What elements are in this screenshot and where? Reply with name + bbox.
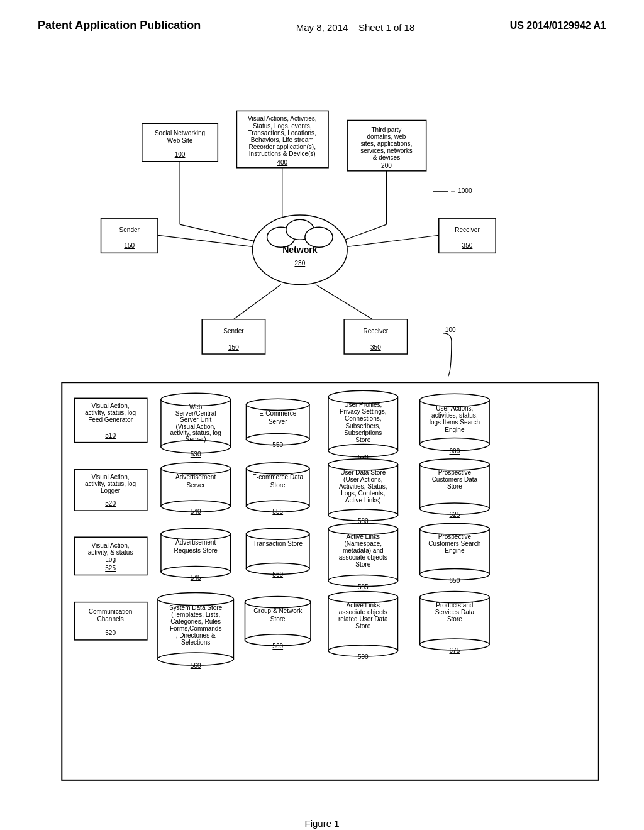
- svg-text:Transactions, Locations,: Transactions, Locations,: [248, 130, 316, 136]
- svg-text:Recorder application(s),: Recorder application(s),: [248, 143, 316, 150]
- sheet-info: Sheet 1 of 18: [358, 22, 414, 33]
- svg-text:Instructions & Device(s): Instructions & Device(s): [249, 150, 316, 157]
- svg-text:Services Data: Services Data: [435, 609, 475, 616]
- svg-text:Transaction Store: Transaction Store: [253, 540, 303, 547]
- svg-text:100: 100: [175, 151, 186, 158]
- svg-text:Channels: Channels: [97, 616, 123, 622]
- svg-text:User Actions,: User Actions,: [436, 405, 473, 412]
- svg-point-159: [158, 593, 233, 606]
- svg-text:metadata) and: metadata) and: [343, 547, 384, 554]
- svg-text:Receiver: Receiver: [455, 226, 480, 233]
- svg-text:services, networks: services, networks: [360, 147, 413, 154]
- svg-text:associate objects: associate objects: [339, 554, 387, 561]
- svg-text:Network: Network: [282, 245, 318, 255]
- svg-text:Logger: Logger: [101, 487, 121, 494]
- svg-text:Active Links: Active Links: [347, 602, 380, 609]
- svg-text:650: 650: [450, 577, 460, 584]
- figure-caption: Figure 1: [0, 818, 644, 830]
- svg-text:Store: Store: [355, 436, 370, 443]
- diagram-svg: text { font-family: Arial, sans-serif; f…: [19, 48, 625, 805]
- svg-text:525: 525: [105, 565, 116, 572]
- svg-text:Connections,: Connections,: [345, 415, 382, 422]
- svg-text:Receiver: Receiver: [364, 328, 389, 335]
- svg-text:520: 520: [105, 629, 116, 636]
- svg-text:Web Site: Web Site: [167, 137, 193, 144]
- svg-text:100: 100: [445, 326, 456, 333]
- svg-text:domains, web: domains, web: [367, 133, 406, 140]
- svg-text:230: 230: [294, 260, 305, 267]
- svg-text:(Templates, Lists,: (Templates, Lists,: [171, 611, 220, 618]
- svg-text:Third party: Third party: [371, 126, 401, 133]
- svg-text:activity, & status: activity, & status: [88, 549, 133, 556]
- svg-text:(Namespace,: (Namespace,: [344, 540, 382, 547]
- svg-text:Store: Store: [355, 561, 370, 568]
- svg-text:User Profiles,: User Profiles,: [344, 401, 382, 408]
- svg-text:Privacy Settings,: Privacy Settings,: [340, 408, 387, 415]
- svg-text:545: 545: [191, 574, 201, 581]
- svg-text:System Data Store: System Data Store: [169, 604, 223, 611]
- svg-text:150: 150: [124, 242, 135, 249]
- svg-line-39: [347, 235, 439, 246]
- svg-text:150: 150: [228, 344, 239, 351]
- svg-text:logs Items Search: logs Items Search: [430, 419, 480, 426]
- page-header: Patent Application Publication May 8, 20…: [0, 0, 644, 42]
- svg-text:Store: Store: [447, 483, 462, 490]
- svg-text:Selections: Selections: [181, 639, 210, 646]
- svg-text:625: 625: [450, 511, 460, 518]
- svg-text:350: 350: [462, 242, 473, 249]
- svg-text:Prospective: Prospective: [438, 533, 472, 540]
- svg-point-128: [161, 528, 230, 540]
- svg-text:(User Actions,: (User Actions,: [343, 476, 382, 483]
- svg-text:560: 560: [191, 662, 201, 669]
- publication-date: May 8, 2014: [296, 22, 348, 33]
- svg-line-40: [233, 285, 280, 319]
- svg-text:Store: Store: [270, 482, 286, 489]
- svg-text:Active Links: Active Links: [347, 533, 380, 540]
- svg-text:675: 675: [450, 647, 460, 654]
- svg-point-134: [247, 528, 309, 540]
- svg-text:, Directories &: , Directories &: [176, 632, 216, 639]
- svg-point-82: [420, 394, 489, 406]
- svg-text:Advertisement: Advertisement: [175, 539, 216, 546]
- svg-text:E-commerce Data: E-commerce Data: [252, 473, 303, 480]
- svg-text:Sender: Sender: [119, 226, 140, 233]
- svg-point-95: [161, 463, 230, 474]
- svg-text:590: 590: [358, 653, 369, 660]
- svg-text:Visual Action,: Visual Action,: [92, 402, 130, 409]
- svg-text:Active Links): Active Links): [345, 497, 381, 504]
- svg-text:Communication: Communication: [89, 608, 133, 615]
- svg-text:associate objects: associate objects: [339, 609, 387, 616]
- svg-text:Visual Action,: Visual Action,: [92, 542, 130, 549]
- svg-text:related User Data: related User Data: [338, 616, 388, 622]
- svg-text:560: 560: [272, 643, 283, 650]
- svg-line-29: [158, 235, 253, 246]
- svg-text:Group & Network: Group & Network: [253, 607, 303, 614]
- svg-text:Sender: Sender: [223, 328, 244, 335]
- svg-text:Forms,Commands: Forms,Commands: [170, 625, 222, 632]
- svg-text:350: 350: [370, 344, 381, 351]
- svg-text:sites, applications,: sites, applications,: [360, 140, 412, 147]
- diagram-area: text { font-family: Arial, sans-serif; f…: [0, 42, 644, 812]
- svg-text:Visual Actions, Activities,: Visual Actions, Activities,: [248, 115, 317, 122]
- svg-text:520: 520: [105, 500, 116, 507]
- svg-text:Server): Server): [186, 436, 206, 443]
- svg-text:E-Commerce: E-Commerce: [259, 410, 297, 417]
- svg-text:Feed Generator: Feed Generator: [88, 416, 133, 423]
- svg-point-169: [245, 597, 310, 608]
- svg-text:activity, status, log: activity, status, log: [85, 480, 136, 487]
- svg-text:550: 550: [272, 441, 283, 448]
- svg-text:← 1000: ← 1000: [450, 187, 472, 194]
- svg-text:Store: Store: [447, 616, 462, 622]
- svg-text:Behaviors, Life stream: Behaviors, Life stream: [251, 136, 314, 143]
- svg-text:Activities, Status,: Activities, Status,: [339, 483, 387, 490]
- svg-text:Store: Store: [270, 616, 286, 622]
- svg-text:585: 585: [358, 584, 369, 590]
- patent-number: US 2014/0129942 A1: [510, 18, 606, 31]
- svg-text:540: 540: [191, 508, 201, 515]
- svg-text:Visual Action,: Visual Action,: [92, 473, 130, 480]
- svg-text:Subscribers,: Subscribers,: [345, 423, 380, 429]
- svg-text:Categories, Rules: Categories, Rules: [170, 618, 221, 625]
- svg-text:Logs, Contents,: Logs, Contents,: [341, 490, 385, 497]
- svg-text:Engine: Engine: [445, 547, 465, 554]
- svg-text:activities, status,: activities, status,: [431, 412, 478, 419]
